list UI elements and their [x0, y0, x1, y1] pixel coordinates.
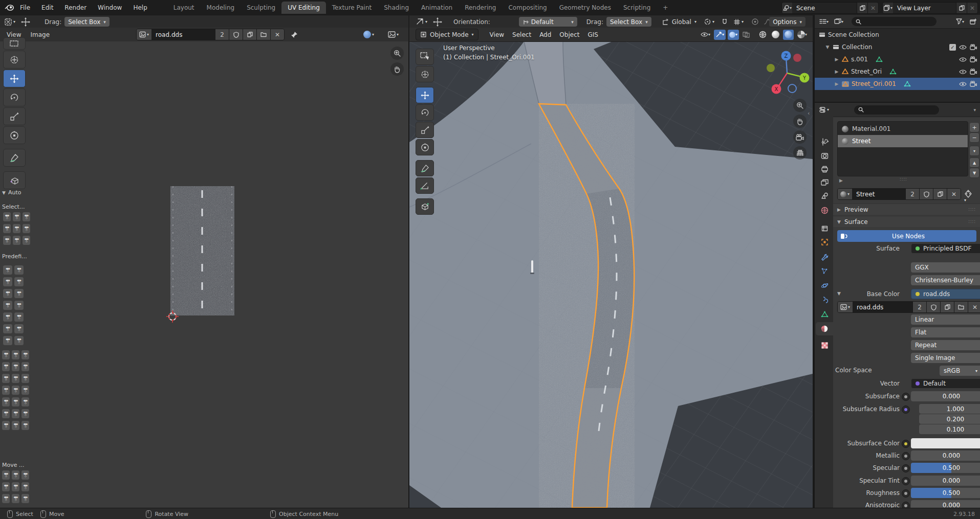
tab-tool[interactable]	[816, 135, 833, 148]
menu-render[interactable]: Render	[59, 4, 92, 11]
metallic-slider[interactable]: 0.000	[911, 450, 980, 461]
tab-compositing[interactable]: Compositing	[502, 2, 553, 14]
s001-expand-icon[interactable]: ▶	[834, 57, 839, 62]
base-color-link-button[interactable]: road.dds	[911, 289, 980, 299]
tab-scene[interactable]	[816, 189, 833, 202]
vp-tool-cursor[interactable]	[416, 66, 434, 82]
uv-image-settings-icon[interactable]: ▾	[388, 31, 399, 38]
preset-button[interactable]: ◆▮◆◇	[21, 493, 30, 504]
material-slot-1[interactable]: Street	[838, 135, 968, 147]
surface-shader-button[interactable]: Principled BSDF	[911, 243, 980, 254]
shading-rendered-toggle[interactable]: ▾	[796, 30, 809, 40]
tab-uv-editing[interactable]: UV Editing	[281, 2, 326, 14]
tab-animation[interactable]: Animation	[415, 2, 459, 14]
outliner-row-scene-collection[interactable]: Scene Collection	[815, 29, 980, 41]
scene-unlink-button[interactable]: ✕	[867, 3, 878, 13]
collection-hide-eye-icon[interactable]	[959, 44, 967, 50]
preset-button[interactable]: ◆▮◆◇	[21, 420, 30, 431]
properties-editor-type-icon[interactable]: ▾	[818, 105, 831, 115]
remove-material-slot-button[interactable]: −	[969, 132, 979, 143]
preset-button[interactable]: ◆▮◆◇	[2, 397, 10, 407]
properties-search-input[interactable]	[854, 105, 939, 115]
preset-button[interactable]: ◆▮◆◇	[11, 350, 20, 360]
material-copy-icon[interactable]	[933, 189, 947, 199]
tab-world[interactable]	[816, 204, 833, 217]
vp-menu-view[interactable]: View	[486, 31, 508, 38]
preset-button[interactable]: ◆▮◆◇	[11, 482, 20, 492]
preset-button[interactable]: ◆▮◆◇	[11, 385, 20, 395]
use-nodes-button[interactable]: Use Nodes	[837, 230, 976, 242]
preset-button[interactable]: ◆▮◆◇	[22, 212, 31, 222]
mode-selector[interactable]: Object Mode▾	[416, 29, 478, 40]
subsurface-slider[interactable]: 0.000	[911, 391, 980, 401]
preset-button[interactable]: ◆▮◆◇	[3, 312, 13, 322]
tab-material[interactable]	[816, 322, 833, 335]
outliner-filter-mode-icon[interactable]: ▾	[833, 16, 845, 27]
material-name-field[interactable]: Street	[852, 189, 905, 199]
collection-expand-icon[interactable]: ▼	[825, 44, 830, 50]
vp-toggle-ortho-icon[interactable]	[793, 146, 807, 160]
vp-tool-move[interactable]	[416, 87, 434, 103]
scene-copy-button[interactable]	[857, 3, 867, 13]
subsurface-radius-socket[interactable]	[902, 405, 910, 414]
preset-button[interactable]: ◆▮◆◇	[11, 373, 20, 383]
subsurface-color-socket[interactable]	[902, 440, 910, 448]
surface-panel-header[interactable]: ▼Surface::::	[833, 216, 980, 227]
uv-display-channels-icon[interactable]: ▾	[363, 31, 374, 38]
vp-tool-add-cube[interactable]	[416, 198, 434, 215]
preset-button[interactable]: ◆▮◆◇	[14, 324, 24, 334]
view-layer-icon[interactable]: ▾	[883, 3, 893, 13]
preset-button[interactable]: ◆▮◆◇	[2, 409, 10, 419]
add-material-slot-button[interactable]: +	[969, 122, 979, 132]
preset-button[interactable]: ◆▮◆◇	[11, 362, 20, 372]
preset-button[interactable]: ◆▮◆◇	[12, 235, 21, 245]
material-specials-button[interactable]: ▾	[969, 146, 979, 156]
vp-tool-transform[interactable]	[416, 139, 434, 155]
tab-constraints[interactable]	[816, 293, 833, 306]
street-ori-hide-eye-icon[interactable]	[959, 69, 967, 75]
preset-button[interactable]: ◆▮◆◇	[21, 373, 30, 383]
uv-drag-select[interactable]: Select Box▾	[64, 17, 110, 27]
uv-tool-rip-region[interactable]	[3, 171, 26, 189]
preset-button[interactable]: ◆▮◆◇	[11, 470, 20, 480]
distribution-dropdown[interactable]: GGX▾	[911, 262, 980, 273]
preset-button[interactable]: ◆▮◆◇	[3, 324, 13, 334]
menu-window[interactable]: Window	[92, 4, 127, 11]
preset-button[interactable]: ◆▮◆◇	[21, 385, 30, 395]
interpolation-dropdown[interactable]: Linear▾	[911, 314, 980, 325]
view-layer-copy-button[interactable]	[956, 3, 967, 13]
preset-button[interactable]: ◆▮◆◇	[22, 235, 31, 245]
image-users-count[interactable]: 2	[912, 302, 926, 312]
preset-button[interactable]: ◆▮◆◇	[21, 482, 30, 492]
uv-tool-move[interactable]	[3, 70, 26, 87]
uv-tool-transform[interactable]	[3, 126, 26, 144]
preset-button[interactable]: ◆▮◆◇	[14, 335, 24, 346]
shading-material-preview-toggle[interactable]	[783, 30, 794, 40]
snap-settings-icon[interactable]: ▾	[733, 18, 744, 26]
tab-scripting[interactable]: Scripting	[617, 2, 657, 14]
preset-button[interactable]: ◆▮◆◇	[11, 493, 20, 504]
viewport-nav-gizmo[interactable]: Z Y X	[764, 48, 811, 95]
material-slot-0[interactable]: Material.001	[838, 123, 968, 135]
uv-image-unlink-icon[interactable]: ✕	[270, 29, 284, 40]
preset-button[interactable]: ◆▮◆◇	[2, 350, 10, 360]
tab-modifiers[interactable]	[816, 251, 833, 264]
uv-tool-rotate[interactable]	[3, 88, 26, 106]
preset-button[interactable]: ◆▮◆◇	[2, 482, 10, 492]
uv-tool-annotate[interactable]	[3, 149, 26, 167]
preset-button[interactable]: ◆▮◆◇	[21, 397, 30, 407]
tab-render[interactable]	[816, 149, 833, 163]
show-overlays-toggle[interactable]: ▾	[728, 30, 739, 40]
preset-button[interactable]: ◆▮◆◇	[2, 385, 10, 395]
preset-button[interactable]: ◆▮◆◇	[3, 235, 11, 245]
preset-button[interactable]: ◆▮◆◇	[2, 420, 10, 431]
vp-zoom-icon[interactable]	[793, 99, 807, 112]
menu-edit[interactable]: Edit	[36, 4, 59, 11]
tab-object[interactable]	[816, 222, 833, 235]
shading-wireframe-toggle[interactable]	[757, 30, 768, 40]
sidebar-collapse-arrow[interactable]: ‹	[808, 110, 810, 117]
properties-options-icon[interactable]: ▾	[973, 107, 976, 112]
snap-magnet-icon[interactable]	[721, 18, 728, 26]
uv-canvas[interactable]: ▼ Auto Select... ◆▮◆◇◆▮◆◇◆▮◆◇◆▮◆◇◆▮◆◇◆▮◆…	[0, 41, 409, 508]
outliner-filter-icon[interactable]: ▾	[954, 16, 966, 27]
